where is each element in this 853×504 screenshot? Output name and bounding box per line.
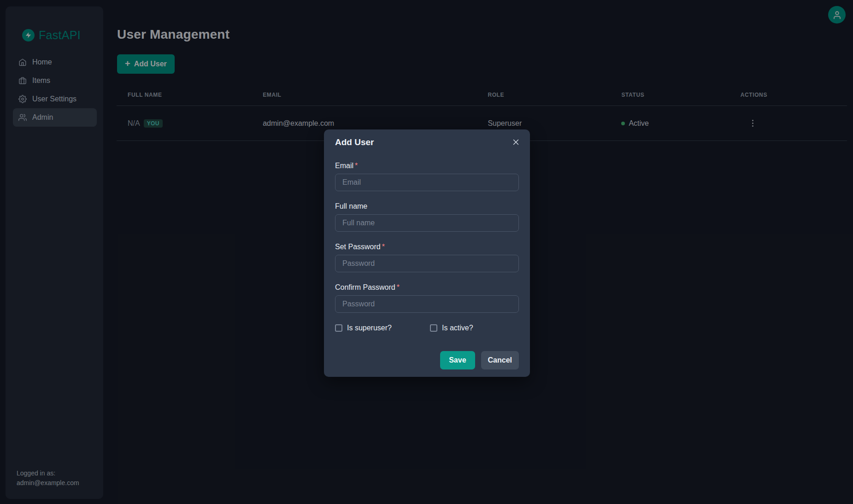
full-name-label: Full name xyxy=(335,202,519,211)
modal-footer: Save Cancel xyxy=(335,351,519,369)
set-password-field[interactable] xyxy=(335,255,519,272)
modal-body: Email* Full name Set Password* Confirm P… xyxy=(335,162,519,369)
checkbox-row: Is superuser? Is active? xyxy=(335,324,519,332)
is-superuser-checkbox[interactable]: Is superuser? xyxy=(335,324,430,332)
full-name-field[interactable] xyxy=(335,214,519,232)
checkbox-icon xyxy=(335,324,342,332)
modal-title: Add User xyxy=(335,137,374,147)
confirm-password-field-group: Confirm Password* xyxy=(335,283,519,313)
confirm-password-field[interactable] xyxy=(335,295,519,313)
required-marker: * xyxy=(397,283,400,291)
checkbox-icon xyxy=(430,324,437,332)
is-active-checkbox[interactable]: Is active? xyxy=(430,324,473,332)
required-marker: * xyxy=(355,162,358,170)
email-field[interactable] xyxy=(335,174,519,191)
close-icon[interactable] xyxy=(509,135,523,149)
email-label: Email* xyxy=(335,162,519,170)
is-active-label: Is active? xyxy=(442,324,473,332)
set-password-label: Set Password* xyxy=(335,243,519,251)
add-user-modal: Add User Email* Full name Set Password* … xyxy=(324,129,530,377)
confirm-password-label: Confirm Password* xyxy=(335,283,519,292)
set-password-field-group: Set Password* xyxy=(335,243,519,272)
is-superuser-label: Is superuser? xyxy=(347,324,392,332)
save-button[interactable]: Save xyxy=(440,351,475,369)
email-field-group: Email* xyxy=(335,162,519,191)
full-name-field-group: Full name xyxy=(335,202,519,232)
required-marker: * xyxy=(382,243,385,251)
cancel-button[interactable]: Cancel xyxy=(481,351,519,369)
